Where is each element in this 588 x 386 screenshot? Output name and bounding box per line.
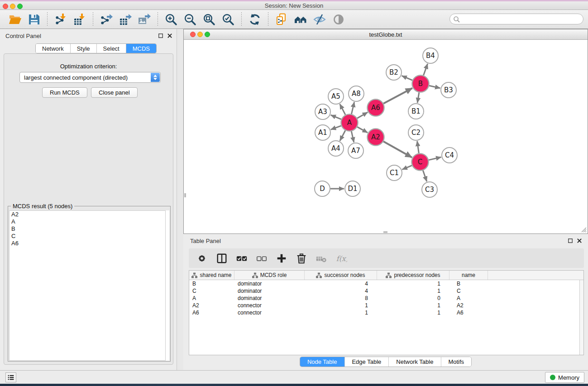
cell[interactable]: 4 — [305, 281, 377, 287]
cell[interactable]: A — [449, 295, 488, 301]
edge-A-A4[interactable] — [340, 130, 345, 141]
add-column-icon[interactable] — [274, 251, 289, 266]
node-C4[interactable]: C4 — [442, 148, 457, 163]
import-table-icon[interactable] — [71, 11, 88, 28]
node-B3[interactable]: B3 — [441, 82, 456, 98]
export-network-icon[interactable] — [98, 11, 115, 28]
node-B1[interactable]: B1 — [408, 104, 424, 119]
hide-selected-icon[interactable] — [311, 11, 328, 28]
node-B4[interactable]: B4 — [423, 48, 438, 63]
column-header-successor-nodes[interactable]: successor nodes — [305, 271, 377, 280]
tab-node-table[interactable]: Node Table — [300, 357, 345, 367]
tab-network[interactable]: Network — [36, 44, 71, 53]
canvas-left-handle[interactable] — [184, 193, 186, 197]
save-session-icon[interactable] — [25, 11, 43, 28]
column-header-name[interactable]: name — [449, 271, 488, 280]
tab-mcds[interactable]: MCDS — [126, 44, 156, 53]
cell[interactable]: B — [449, 281, 488, 287]
node-A4[interactable]: A4 — [328, 141, 344, 156]
cell[interactable]: 1 — [377, 288, 449, 294]
cell[interactable]: A6 — [449, 310, 488, 316]
zoom-in-icon[interactable] — [163, 11, 180, 28]
cell[interactable]: 1 — [305, 310, 377, 316]
memory-button[interactable]: Memory — [545, 372, 584, 383]
zoom-selected-icon[interactable] — [220, 11, 237, 28]
node-A3[interactable]: A3 — [315, 104, 330, 119]
edge-C-C2[interactable] — [417, 141, 419, 153]
cell[interactable]: A2 — [449, 302, 488, 309]
node-C1[interactable]: C1 — [387, 165, 402, 181]
clone-network-icon[interactable] — [273, 11, 290, 28]
import-network-icon[interactable] — [52, 11, 69, 28]
edge-A-A6[interactable] — [357, 112, 368, 118]
zoom-fit-icon[interactable] — [201, 11, 218, 28]
show-all-networks-icon[interactable] — [292, 11, 309, 28]
node-A2[interactable]: A2 — [368, 129, 384, 146]
toggle-column-view-icon[interactable] — [214, 251, 229, 266]
edge-C-C3[interactable] — [423, 170, 426, 181]
edge-A6-B[interactable] — [383, 88, 412, 104]
edge-C-C4[interactable] — [429, 157, 441, 160]
table-row[interactable]: A2connector11A2 — [189, 302, 583, 309]
refresh-icon[interactable] — [246, 11, 263, 28]
mcds-result-item[interactable]: A2 — [10, 211, 166, 218]
cell[interactable]: 0 — [377, 295, 449, 301]
tab-style[interactable]: Style — [71, 44, 97, 53]
mcds-list-scrollbar[interactable] — [165, 210, 169, 361]
cell[interactable]: 1 — [377, 302, 449, 309]
cell[interactable]: C — [449, 288, 488, 294]
node-A7[interactable]: A7 — [348, 143, 363, 158]
cell[interactable]: C — [189, 288, 234, 294]
close-table-panel-icon[interactable] — [576, 238, 583, 244]
cell[interactable]: A2 — [189, 302, 234, 309]
edge-C-C1[interactable] — [402, 166, 412, 170]
node-C[interactable]: C — [412, 154, 429, 171]
deselect-all-rows-icon[interactable] — [254, 251, 269, 266]
node-A5[interactable]: A5 — [328, 89, 344, 104]
open-session-icon[interactable] — [6, 11, 24, 28]
tab-network-table[interactable]: Network Table — [389, 357, 441, 367]
edge-A-A2[interactable] — [357, 127, 368, 133]
node-C3[interactable]: C3 — [422, 182, 437, 197]
cell[interactable]: dominator — [234, 295, 305, 301]
export-table-icon[interactable] — [117, 11, 134, 28]
edge-A-A3[interactable] — [331, 115, 341, 119]
close-panel-icon[interactable] — [167, 33, 173, 39]
search-input[interactable] — [462, 14, 579, 24]
cell[interactable]: B — [189, 281, 234, 287]
settings-gear-icon[interactable] — [194, 251, 210, 266]
table-row[interactable]: Cdominator41C — [189, 287, 583, 295]
table-scrollbar[interactable] — [579, 280, 583, 355]
node-C2[interactable]: C2 — [408, 125, 424, 140]
mcds-result-item[interactable]: C — [10, 233, 166, 240]
close-panel-button[interactable]: Close panel — [91, 87, 138, 98]
cell[interactable]: dominator — [234, 288, 305, 294]
edge-A2-C[interactable] — [383, 142, 412, 157]
node-B[interactable]: B — [412, 76, 429, 92]
edge-B-B1[interactable] — [417, 92, 419, 103]
search-box[interactable] — [449, 14, 583, 24]
node-D[interactable]: D — [315, 181, 330, 196]
edge-B-B2[interactable] — [402, 76, 412, 80]
mcds-result-item[interactable]: A — [10, 218, 166, 225]
show-hidden-icon[interactable] — [330, 11, 347, 28]
network-graph[interactable]: B4B2BB3A8A5A6B1A3AC2A1A2A4A7C4CC1C3DD1 — [184, 40, 587, 233]
cell[interactable]: connector — [234, 302, 305, 309]
task-history-button[interactable] — [5, 372, 16, 382]
edge-B-B3[interactable] — [429, 86, 440, 88]
cell[interactable]: A6 — [189, 310, 234, 316]
table-row[interactable]: Adominator80A — [189, 295, 583, 302]
zoom-out-icon[interactable] — [182, 11, 199, 28]
cell[interactable]: connector — [234, 310, 305, 316]
mcds-result-item[interactable]: A6 — [10, 240, 166, 247]
network-window-titlebar[interactable]: testGlobe.txt — [184, 29, 588, 40]
export-image-icon[interactable] — [136, 11, 153, 28]
cell[interactable]: 8 — [305, 295, 377, 301]
node-B2[interactable]: B2 — [386, 65, 402, 80]
node-D1[interactable]: D1 — [345, 181, 360, 196]
column-header-shared-name[interactable]: shared name — [189, 271, 234, 280]
node-A8[interactable]: A8 — [349, 86, 364, 101]
column-header-MCDS-role[interactable]: MCDS role — [234, 271, 305, 280]
tab-select[interactable]: Select — [97, 44, 126, 53]
cell[interactable]: 1 — [377, 310, 449, 316]
